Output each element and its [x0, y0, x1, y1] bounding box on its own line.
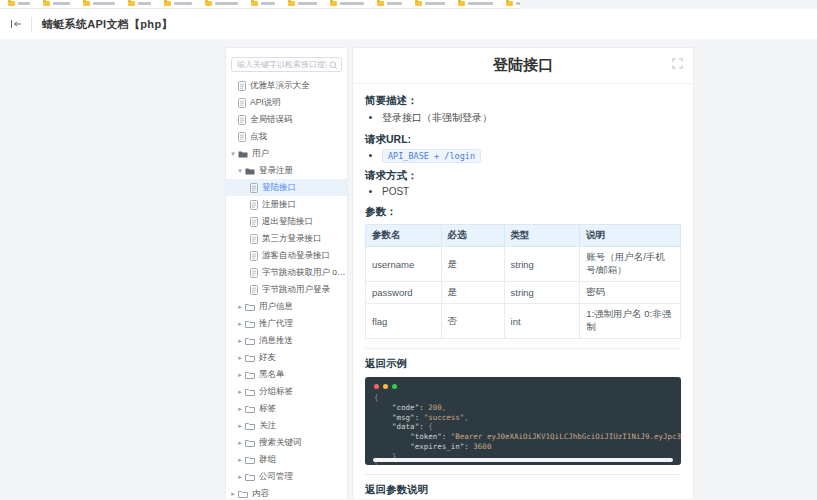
folder-icon — [245, 167, 255, 175]
tree-item-folder[interactable]: ▸关注 — [226, 417, 347, 434]
tree-item-label: 注册接口 — [262, 199, 296, 211]
document-icon — [250, 234, 258, 244]
caret-right-icon[interactable]: ▸ — [236, 303, 244, 310]
method-list: POST — [365, 186, 681, 197]
caret-right-icon[interactable]: ▸ — [236, 422, 244, 429]
table-cell: 是 — [441, 282, 504, 304]
green-dot-icon — [392, 384, 397, 389]
folder-icon — [238, 150, 248, 158]
tree-item-doc[interactable]: 全局错误码 — [226, 111, 347, 128]
caret-right-icon[interactable]: ▸ — [236, 405, 244, 412]
tree-item-doc[interactable]: 注册接口 — [226, 196, 347, 213]
tree-item-doc[interactable]: 退出登陆接口 — [226, 213, 347, 230]
section-label-method: 请求方式： — [365, 169, 681, 183]
document-icon — [250, 251, 258, 261]
folder-icon — [128, 1, 135, 6]
tree-item-folder[interactable]: ▸公司管理 — [226, 468, 347, 485]
workspace: 优雅草演示大全API说明全局错误码点我▾用户▾登录注册登陆接口注册接口退出登陆接… — [0, 39, 817, 499]
code-horizontal-scrollbar[interactable] — [373, 458, 673, 462]
doc-header: 登陆接口 — [353, 48, 693, 84]
page-title: 蜻蜓系统API文档【php】 — [31, 17, 173, 32]
tree-item-folder[interactable]: ▸分组标签 — [226, 383, 347, 400]
bookmark-item[interactable] — [506, 1, 520, 6]
caret-right-icon[interactable]: ▸ — [236, 354, 244, 361]
bookmark-item[interactable] — [377, 1, 402, 6]
bookmark-item[interactable] — [205, 1, 238, 6]
caret-right-icon[interactable]: ▸ — [236, 320, 244, 327]
bookmark-item[interactable] — [330, 1, 364, 6]
bookmark-item[interactable] — [458, 1, 493, 6]
tree-item-folder[interactable]: ▾登录注册 — [226, 162, 347, 179]
tree-item-folder[interactable]: ▸推广代理 — [226, 315, 347, 332]
search-box — [231, 53, 342, 72]
tree-item-folder[interactable]: ▸搜索关键词 — [226, 434, 347, 451]
tree-item-doc[interactable]: 第三方登录接口 — [226, 230, 347, 247]
table-cell: 1:强制用户名 0:非强制 — [580, 304, 681, 339]
tree-item-folder[interactable]: ▾用户 — [226, 145, 347, 162]
code-block: { "code": 200, "msg": "success", "data":… — [365, 377, 681, 465]
tree-item-doc[interactable]: 点我 — [226, 128, 347, 145]
caret-right-icon[interactable]: ▸ — [236, 388, 244, 395]
folder-icon — [8, 1, 15, 6]
doc-panel: 登陆接口 简要描述： 登录接口（非强制登录） 请求URL: API_BASE +… — [352, 47, 694, 499]
code-content: { "code": 200, "msg": "success", "data":… — [374, 393, 672, 465]
caret-down-icon[interactable]: ▾ — [236, 167, 244, 174]
tree-item-label: 字节跳动用户登录 — [262, 284, 330, 296]
screen: 蜻蜓系统API文档【php】 优雅草演示大全API说明全局错误码点我▾用户▾登录… — [0, 0, 817, 500]
table-cell: string — [504, 247, 580, 282]
folder-icon — [245, 303, 255, 311]
bookmark-item[interactable] — [83, 1, 115, 6]
api-url-code[interactable]: API_BASE + /login — [382, 149, 481, 163]
tree-item-label: 字节跳动获取用户 openid — [262, 267, 347, 279]
document-icon — [250, 200, 258, 210]
tree-item-label: 第三方登录接口 — [262, 233, 322, 245]
caret-right-icon[interactable]: ▸ — [236, 371, 244, 378]
yellow-dot-icon — [383, 384, 388, 389]
caret-down-icon[interactable]: ▾ — [229, 150, 237, 157]
caret-right-icon[interactable]: ▸ — [236, 337, 244, 344]
bookmark-label — [93, 2, 115, 5]
bookmark-item[interactable] — [164, 1, 192, 6]
table-row: password是string密码 — [366, 282, 681, 304]
tree-item-label: 关注 — [259, 420, 276, 432]
tree-item-label: 用户信息 — [259, 301, 293, 313]
fullscreen-icon[interactable] — [672, 58, 683, 69]
search-input[interactable] — [231, 57, 342, 72]
tree-item-folder[interactable]: ▸消息推送 — [226, 332, 347, 349]
url-list: API_BASE + /login — [365, 150, 681, 161]
bookmark-item[interactable] — [415, 1, 445, 6]
tree-item-label: 优雅草演示大全 — [250, 80, 310, 92]
caret-right-icon[interactable]: ▸ — [236, 473, 244, 480]
bookmark-label — [516, 2, 520, 5]
tree-item-folder[interactable]: ▸黑名单 — [226, 366, 347, 383]
tree-item-doc[interactable]: API说明 — [226, 94, 347, 111]
tree-item-folder[interactable]: ▸好友 — [226, 349, 347, 366]
search-icon — [329, 56, 338, 74]
tree-item-doc[interactable]: 字节跳动用户登录 — [226, 281, 347, 298]
bookmark-item[interactable] — [8, 1, 30, 6]
folder-icon — [245, 337, 255, 345]
tree-item-folder[interactable]: ▸群组 — [226, 451, 347, 468]
caret-right-icon[interactable]: ▸ — [236, 439, 244, 446]
caret-right-icon[interactable]: ▸ — [229, 490, 237, 497]
sidebar-collapse-icon[interactable] — [10, 19, 22, 29]
tree-item-folder[interactable]: ▸用户信息 — [226, 298, 347, 315]
bookmark-item[interactable] — [43, 1, 70, 6]
tree-item-doc[interactable]: 优雅草演示大全 — [226, 77, 347, 94]
tree-item-folder[interactable]: ▸标签 — [226, 400, 347, 417]
brief-list: 登录接口（非强制登录） — [365, 111, 681, 125]
table-cell: int — [504, 304, 580, 339]
window-dots — [374, 384, 672, 389]
tree-item-folder[interactable]: ▸内容 — [226, 485, 347, 499]
bookmark-item[interactable] — [251, 1, 275, 6]
caret-right-icon[interactable]: ▸ — [236, 456, 244, 463]
app-header: 蜻蜓系统API文档【php】 — [0, 9, 817, 39]
folder-icon — [245, 354, 255, 362]
document-icon — [238, 98, 246, 108]
bookmark-item[interactable] — [288, 1, 317, 6]
bookmark-item[interactable] — [128, 1, 151, 6]
tree-item-doc[interactable]: 游客自动登录接口 — [226, 247, 347, 264]
tree-item-doc[interactable]: 字节跳动获取用户 openid — [226, 264, 347, 281]
url-item: API_BASE + /login — [382, 150, 681, 161]
tree-item-doc[interactable]: 登陆接口 — [226, 179, 347, 196]
